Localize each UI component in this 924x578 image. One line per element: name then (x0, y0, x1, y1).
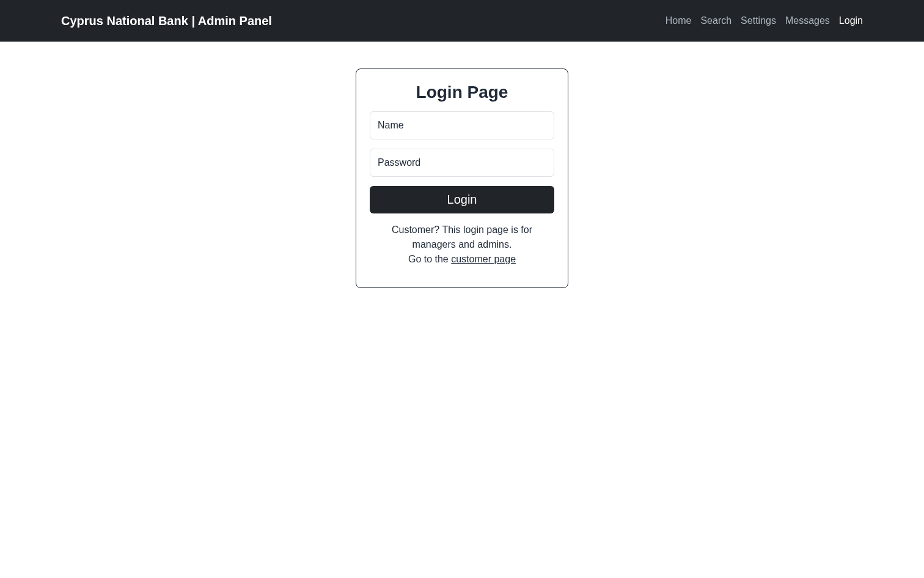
navbar-brand: Cyprus National Bank | Admin Panel (61, 14, 272, 28)
info-line1: Customer? This login page is for manager… (392, 224, 532, 250)
name-input[interactable] (370, 111, 554, 139)
navbar-nav: Home Search Settings Messages Login (666, 15, 863, 26)
login-button[interactable]: Login (370, 186, 554, 213)
password-input[interactable] (370, 149, 554, 177)
nav-link-messages[interactable]: Messages (785, 15, 830, 26)
nav-link-settings[interactable]: Settings (741, 15, 776, 26)
login-card: Login Page Login Customer? This login pa… (356, 69, 568, 288)
navbar: Cyprus National Bank | Admin Panel Home … (0, 0, 924, 42)
main-content: Login Page Login Customer? This login pa… (0, 42, 924, 288)
info-text: Customer? This login page is for manager… (370, 223, 554, 267)
login-title: Login Page (370, 83, 554, 102)
nav-link-search[interactable]: Search (700, 15, 732, 26)
customer-page-link[interactable]: customer page (451, 254, 516, 264)
nav-link-home[interactable]: Home (666, 15, 692, 26)
nav-link-login[interactable]: Login (839, 15, 863, 26)
info-line2-prefix: Go to the (408, 254, 451, 264)
